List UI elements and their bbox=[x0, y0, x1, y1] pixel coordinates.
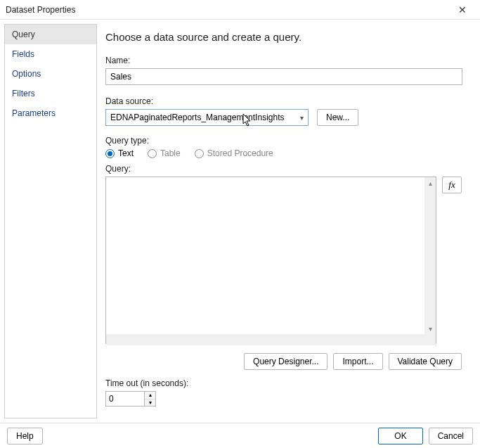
expression-button[interactable]: fx bbox=[442, 177, 462, 193]
sidebar-label: Filters bbox=[12, 89, 35, 98]
name-label: Name: bbox=[105, 56, 470, 65]
sidebar-item-parameters[interactable]: Parameters bbox=[5, 103, 96, 123]
radio-label: Table bbox=[160, 148, 181, 158]
dialog-body: Query Fields Options Filters Parameters … bbox=[0, 20, 480, 423]
radio-label: Stored Procedure bbox=[207, 148, 273, 158]
sidebar-item-options[interactable]: Options bbox=[5, 64, 96, 84]
validate-query-button[interactable]: Validate Query bbox=[389, 353, 462, 370]
spinner-down-icon[interactable]: ▾ bbox=[145, 399, 155, 407]
page-heading: Choose a data source and create a query. bbox=[105, 31, 470, 43]
query-textarea[interactable] bbox=[105, 177, 436, 344]
window-title: Dataset Properties bbox=[6, 5, 450, 15]
radio-icon bbox=[105, 149, 115, 158]
sidebar-label: Query bbox=[12, 30, 35, 39]
querytype-table-radio[interactable]: Table bbox=[148, 148, 181, 158]
datasource-selected-text: EDNAPaginatedReports_ManagementInsights bbox=[110, 113, 299, 122]
querytype-group: Text Table Stored Procedure bbox=[105, 148, 470, 158]
sidebar-label: Options bbox=[12, 69, 41, 79]
scrollbar-corner bbox=[424, 334, 436, 345]
spinner-up-icon[interactable]: ▴ bbox=[145, 392, 155, 399]
sidebar-item-query[interactable]: Query bbox=[5, 25, 96, 44]
radio-label: Text bbox=[118, 148, 134, 158]
sidebar-item-filters[interactable]: Filters bbox=[5, 84, 96, 103]
scrollbar-horizontal[interactable] bbox=[106, 334, 436, 345]
radio-icon bbox=[148, 149, 157, 158]
main-panel: Choose a data source and create a query.… bbox=[100, 20, 480, 423]
querytype-sp-radio[interactable]: Stored Procedure bbox=[195, 148, 273, 158]
new-datasource-button[interactable]: New... bbox=[317, 109, 358, 126]
datasource-combo[interactable]: EDNAPaginatedReports_ManagementInsights … bbox=[105, 109, 309, 126]
ok-button[interactable]: OK bbox=[378, 428, 422, 444]
scrollbar-vertical[interactable]: ▴ ▾ bbox=[424, 177, 436, 334]
timeout-input[interactable] bbox=[105, 391, 145, 407]
chevron-down-icon: ▾ bbox=[299, 114, 305, 122]
query-label: Query: bbox=[105, 164, 470, 174]
cancel-button[interactable]: Cancel bbox=[429, 428, 473, 444]
close-icon[interactable]: ✕ bbox=[450, 4, 474, 15]
querytype-label: Query type: bbox=[105, 136, 470, 146]
name-input[interactable] bbox=[105, 68, 462, 85]
sidebar-label: Parameters bbox=[12, 108, 56, 118]
query-designer-button[interactable]: Query Designer... bbox=[244, 353, 327, 370]
radio-icon bbox=[195, 149, 204, 158]
dialog-footer: Help OK Cancel bbox=[0, 423, 480, 448]
datasource-label: Data source: bbox=[105, 96, 470, 106]
help-button[interactable]: Help bbox=[7, 428, 43, 444]
title-bar: Dataset Properties ✕ bbox=[0, 0, 480, 20]
querytype-text-radio[interactable]: Text bbox=[105, 148, 134, 158]
import-button[interactable]: Import... bbox=[333, 353, 382, 370]
sidebar-item-fields[interactable]: Fields bbox=[5, 44, 96, 64]
category-sidebar: Query Fields Options Filters Parameters bbox=[4, 24, 97, 418]
timeout-spinner: ▴ ▾ bbox=[105, 391, 470, 407]
scroll-down-icon[interactable]: ▾ bbox=[424, 323, 436, 334]
timeout-label: Time out (in seconds): bbox=[105, 378, 470, 388]
scroll-up-icon[interactable]: ▴ bbox=[424, 177, 436, 188]
query-editor-wrap: ▴ ▾ bbox=[105, 177, 436, 346]
fx-icon: fx bbox=[448, 179, 455, 191]
sidebar-label: Fields bbox=[12, 49, 34, 59]
